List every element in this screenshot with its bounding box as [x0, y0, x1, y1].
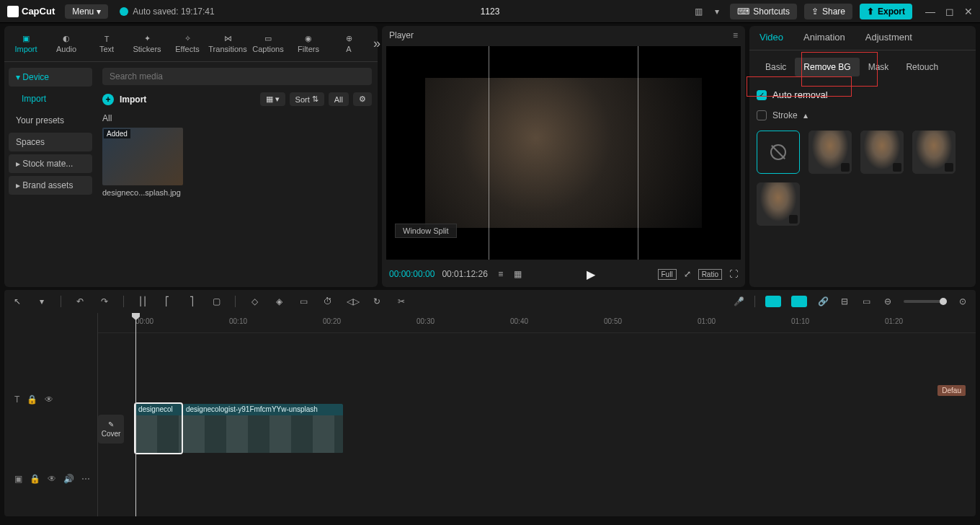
trim-left-icon[interactable]: ⎡: [161, 296, 173, 306]
filter-all-button[interactable]: All: [329, 92, 349, 106]
eye-icon[interactable]: 👁: [48, 474, 56, 484]
plus-icon[interactable]: +: [102, 94, 114, 105]
timeline-ruler[interactable]: 00:00 00:10 00:20 00:30 00:40 00:50 01:0…: [98, 313, 976, 333]
tab-import[interactable]: ▣Import: [6, 34, 46, 53]
player-menu-icon[interactable]: ≡: [733, 30, 738, 40]
chevron-down-icon[interactable]: ▾: [36, 296, 48, 306]
window-split-label[interactable]: Window Split: [395, 224, 457, 238]
scale-icon[interactable]: ⤢: [684, 269, 691, 279]
chevron-down-icon[interactable]: ▾: [711, 6, 723, 17]
more-icon[interactable]: ⋯: [81, 474, 90, 484]
tab-effects[interactable]: ✧Effects: [167, 34, 208, 53]
current-time: 00:00:00:00: [389, 269, 435, 279]
tab-more-a[interactable]: ⊕A: [329, 34, 369, 53]
lock-icon[interactable]: 🔒: [30, 474, 40, 484]
ratio-button[interactable]: Ratio: [698, 269, 722, 280]
grid-icon[interactable]: ▦: [512, 269, 524, 279]
snap-toggle[interactable]: [765, 296, 781, 307]
playhead[interactable]: [135, 313, 136, 516]
eye-icon[interactable]: 👁: [45, 394, 53, 405]
list-icon[interactable]: ≡: [495, 269, 507, 279]
marker2-icon[interactable]: ◈: [273, 296, 285, 306]
magnet-toggle[interactable]: [791, 296, 807, 307]
timeline-tracks[interactable]: 00:00 00:10 00:20 00:30 00:40 00:50 01:0…: [98, 313, 976, 516]
check-icon: [120, 7, 128, 16]
mirror-icon[interactable]: ◁▷: [347, 296, 358, 306]
speed-icon[interactable]: ⏱: [322, 296, 334, 306]
link-icon[interactable]: 🔗: [817, 296, 829, 306]
full-button[interactable]: Full: [658, 269, 677, 280]
zoom-slider[interactable]: [904, 300, 947, 303]
subtab-basic[interactable]: Basic: [757, 58, 795, 76]
zoom-fit-icon[interactable]: ⊙: [957, 296, 968, 306]
sort-button[interactable]: Sort ⇅: [290, 92, 324, 106]
tab-stickers[interactable]: ✦Stickers: [127, 34, 167, 53]
sidebar-spaces[interactable]: Spaces: [9, 133, 92, 151]
preset-none[interactable]: [757, 131, 800, 174]
mute-icon[interactable]: 🔊: [63, 474, 74, 484]
subtab-retouch[interactable]: Retouch: [897, 58, 947, 76]
video-preview: [425, 78, 702, 227]
preset-3[interactable]: [912, 131, 956, 174]
lock-icon[interactable]: 🔒: [27, 394, 37, 405]
delete-icon[interactable]: ▢: [210, 296, 222, 306]
sidebar-stock[interactable]: ▸ Stock mate...: [9, 154, 92, 173]
tab-adjustment[interactable]: Adjustment: [855, 26, 922, 50]
sidebar-presets[interactable]: Your presets: [9, 111, 92, 130]
sidebar-brand[interactable]: ▸ Brand assets: [9, 176, 92, 195]
marker-icon[interactable]: ◇: [249, 296, 260, 306]
tab-animation[interactable]: Animation: [793, 26, 855, 50]
text-track-icon: T: [14, 394, 19, 405]
player-viewport[interactable]: Window Split: [386, 46, 741, 260]
properties-panel: Video Animation Adjustment Basic Remove …: [749, 26, 976, 287]
tab-captions[interactable]: ▭Captions: [248, 34, 288, 53]
export-button[interactable]: ⬆Export: [860, 4, 912, 19]
zoom-out-icon[interactable]: ⊖: [882, 296, 894, 306]
thumbnail-name: designeco...splash.jpg: [102, 188, 183, 197]
filter-button[interactable]: ⚙: [353, 92, 372, 106]
none-icon: [770, 144, 786, 160]
align-icon[interactable]: ⊟: [839, 296, 850, 306]
close-button[interactable]: ✕: [964, 6, 973, 17]
checkbox-off-icon: [757, 110, 767, 120]
minimize-button[interactable]: ―: [925, 6, 935, 17]
maximize-button[interactable]: ◻: [945, 6, 954, 17]
shortcuts-button[interactable]: ⌨Shortcuts: [730, 4, 797, 19]
group-icon[interactable]: ▭: [298, 296, 309, 306]
sidebar-import[interactable]: Import: [9, 89, 92, 108]
trim-right-icon[interactable]: ⎤: [186, 296, 197, 306]
preset-1[interactable]: [808, 131, 852, 174]
split-icon[interactable]: ⎮⎮: [137, 296, 148, 306]
logo-icon: [7, 6, 19, 17]
tab-filters[interactable]: ◉Filters: [288, 34, 329, 53]
menu-button[interactable]: Menu▾: [65, 4, 108, 19]
stroke-toggle[interactable]: Stroke ▴: [757, 110, 968, 120]
guide-line-right: [638, 46, 638, 260]
tab-video[interactable]: Video: [749, 26, 793, 50]
rotate-icon[interactable]: ↻: [371, 296, 383, 306]
play-button[interactable]: ▶: [587, 268, 595, 281]
undo-icon[interactable]: ↶: [74, 296, 86, 306]
video-track-icon: ▣: [14, 474, 22, 484]
preview-icon[interactable]: ▭: [860, 296, 872, 306]
sidebar-device[interactable]: ▾ Device: [9, 68, 92, 87]
share-button[interactable]: ⇪Share: [804, 4, 852, 19]
media-thumbnail[interactable]: Added designeco...splash.jpg: [102, 128, 183, 197]
view-mode-button[interactable]: ▦ ▾: [260, 92, 285, 106]
mic-icon[interactable]: 🎤: [733, 296, 744, 306]
duration: 00:01:12:26: [442, 269, 487, 279]
fullscreen-icon[interactable]: ⛶: [729, 269, 738, 279]
tab-transitions[interactable]: ⋈Transitions: [208, 34, 248, 53]
tab-audio[interactable]: ◐Audio: [46, 34, 86, 53]
preset-4[interactable]: [757, 182, 800, 226]
layout-icon[interactable]: ▥: [692, 6, 704, 17]
cursor-icon[interactable]: ↖: [12, 296, 23, 306]
tab-text[interactable]: TText: [86, 35, 127, 53]
guide-line-left: [489, 46, 489, 260]
crop-icon[interactable]: ✂: [396, 296, 407, 306]
clip-1[interactable]: designecol: [135, 404, 182, 453]
redo-icon[interactable]: ↷: [99, 296, 110, 306]
clip-2[interactable]: designecologist-y91FmfcmYYw-unsplash: [183, 404, 343, 453]
search-input[interactable]: [102, 68, 372, 85]
preset-2[interactable]: [860, 131, 904, 174]
